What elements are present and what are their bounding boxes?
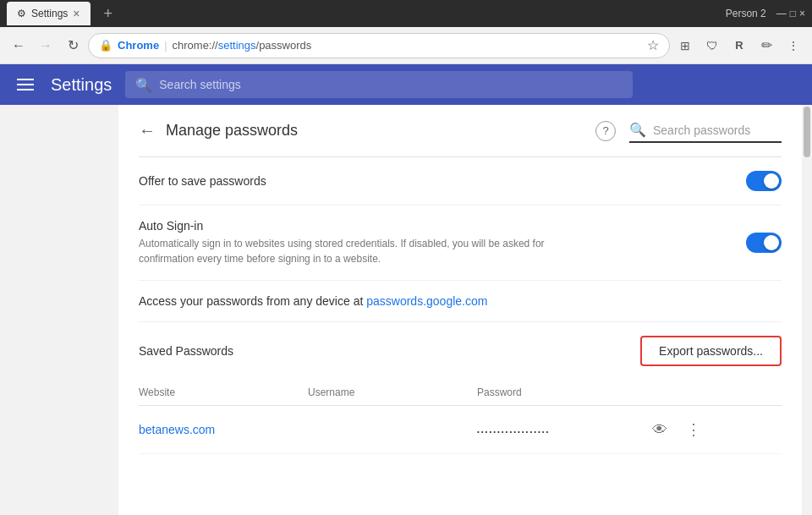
row-more-button[interactable]: ⋮ <box>680 416 707 443</box>
tab-close-icon[interactable]: × <box>73 7 80 20</box>
scrollbar-thumb <box>804 107 810 157</box>
search-passwords-input[interactable] <box>653 123 780 137</box>
access-row: Access your passwords from any device at… <box>139 281 782 322</box>
hamburger-menu-button[interactable] <box>14 75 37 94</box>
more-menu-button[interactable]: ⋮ <box>782 34 805 58</box>
offer-save-passwords-row: Offer to save passwords <box>139 157 782 205</box>
forward-button[interactable]: → <box>34 34 58 58</box>
content-area: ← Manage passwords ? 🔍 Offer to save pas… <box>118 105 802 515</box>
manage-header-right: ? 🔍 <box>595 118 782 143</box>
search-settings-icon: 🔍 <box>135 77 152 93</box>
passwords-content: ← Manage passwords ? 🔍 Offer to save pas… <box>118 105 802 474</box>
auto-signin-label: Auto Sign-in <box>139 219 562 233</box>
settings-title: Settings <box>51 75 112 95</box>
auto-signin-toggle[interactable] <box>746 233 782 253</box>
active-tab[interactable]: ⚙ Settings × <box>7 2 91 25</box>
saved-passwords-section: Saved Passwords Export passwords... Webs… <box>139 322 782 454</box>
minimize-btn[interactable]: — <box>776 8 787 19</box>
auto-signin-row: Auto Sign-in Automatically sign in to we… <box>139 205 782 281</box>
toolbar-icons: ⊞ 🛡 R ✏ ⋮ <box>673 34 805 58</box>
titlebar: ⚙ Settings × + Person 2 — □ × <box>0 0 812 27</box>
auto-signin-toggle-knob <box>764 235 779 250</box>
sidebar <box>0 105 118 515</box>
password-cell: •••••••••••••••••• <box>477 423 646 436</box>
tab-label: Settings <box>31 8 68 19</box>
reload-button[interactable]: ↻ <box>61 34 85 58</box>
new-tab[interactable]: + <box>94 2 123 25</box>
toolbar-ext1[interactable]: ⊞ <box>673 34 697 58</box>
search-passwords-bar[interactable]: 🔍 <box>629 118 782 143</box>
address-brand: Chrome <box>118 39 159 52</box>
help-button[interactable]: ? <box>595 121 616 141</box>
manage-header-left: ← Manage passwords <box>139 121 298 140</box>
titlebar-user: Person 2 <box>726 8 766 19</box>
search-passwords-icon: 🔍 <box>629 122 646 138</box>
website-cell: betanews.com <box>139 423 308 436</box>
address-separator: | <box>164 39 167 52</box>
tab-gear-icon: ⚙ <box>17 8 26 19</box>
titlebar-left: ⚙ Settings × + <box>7 2 123 25</box>
website-link[interactable]: betanews.com <box>139 423 215 436</box>
auto-signin-desc: Automatically sign in to websites using … <box>139 236 562 266</box>
back-button[interactable]: ← <box>7 34 30 58</box>
saved-header: Saved Passwords Export passwords... <box>139 336 782 366</box>
maximize-btn[interactable]: □ <box>790 8 796 19</box>
address-bar[interactable]: 🔒 Chrome | chrome://settings/passwords ☆ <box>88 33 670 58</box>
col-header-actions <box>646 386 782 398</box>
search-settings-bar[interactable]: 🔍 <box>125 71 633 98</box>
offer-save-label: Offer to save passwords <box>139 174 266 188</box>
toggle-knob <box>764 173 779 189</box>
auto-signin-info: Auto Sign-in Automatically sign in to we… <box>139 219 562 266</box>
star-icon[interactable]: ☆ <box>647 37 659 53</box>
settings-header: Settings 🔍 <box>0 64 812 105</box>
address-url: chrome://settings/passwords <box>173 39 312 52</box>
show-password-button[interactable]: 👁 <box>646 416 673 443</box>
col-header-username: Username <box>308 386 477 398</box>
access-text: Access your passwords from any device at <box>139 294 363 308</box>
table-row: betanews.com •••••••••••••••••• 👁 ⋮ <box>139 406 782 454</box>
row-actions: 👁 ⋮ <box>646 416 782 443</box>
saved-passwords-title: Saved Passwords <box>139 344 233 358</box>
search-settings-input[interactable] <box>159 78 623 91</box>
main-content: ← Manage passwords ? 🔍 Offer to save pas… <box>0 105 812 515</box>
manage-header: ← Manage passwords ? 🔍 <box>139 105 782 157</box>
toolbar-ext3[interactable]: R <box>727 34 751 58</box>
back-to-settings-button[interactable]: ← <box>139 121 156 140</box>
passwords-table-header: Website Username Password <box>139 380 782 406</box>
toolbar-ext2[interactable]: 🛡 <box>700 34 724 58</box>
close-window-btn[interactable]: × <box>799 8 805 19</box>
lock-icon: 🔒 <box>99 39 112 52</box>
offer-save-info: Offer to save passwords <box>139 174 266 188</box>
url-suffix: /passwords <box>256 39 312 52</box>
passwords-google-link[interactable]: passwords.google.com <box>366 294 487 308</box>
scrollbar[interactable] <box>802 105 812 515</box>
password-dots: •••••••••••••••••• <box>477 428 550 436</box>
url-middle: settings <box>218 39 256 52</box>
url-prefix: chrome:// <box>173 39 218 52</box>
toolbar-ext4[interactable]: ✏ <box>754 34 778 58</box>
export-passwords-button[interactable]: Export passwords... <box>640 336 782 366</box>
page-title: Manage passwords <box>166 122 298 140</box>
toolbar: ← → ↻ 🔒 Chrome | chrome://settings/passw… <box>0 27 812 64</box>
col-header-website: Website <box>139 386 308 398</box>
col-header-password: Password <box>477 386 646 398</box>
offer-save-toggle[interactable] <box>746 171 782 191</box>
